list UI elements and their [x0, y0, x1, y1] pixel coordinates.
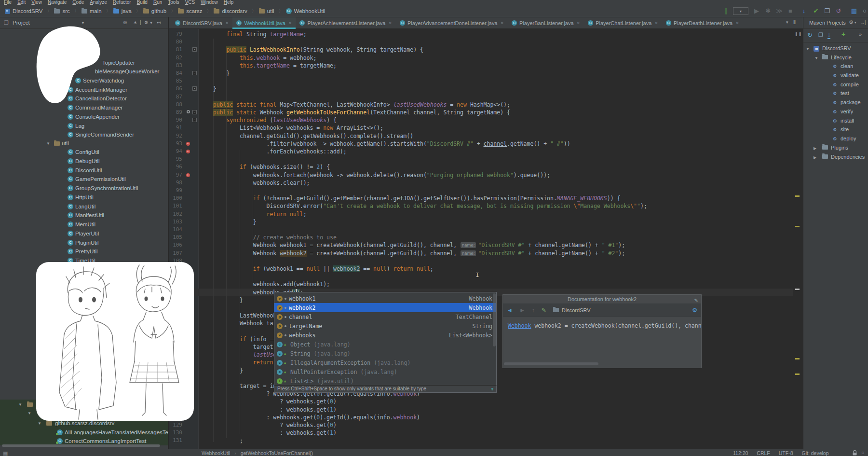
close-icon[interactable]: ✕	[288, 21, 292, 26]
menu-tools[interactable]: Tools	[168, 0, 179, 5]
menu-build[interactable]: Build	[137, 0, 148, 5]
doc-edit-source-icon[interactable]: ✎	[542, 307, 546, 314]
lock-icon[interactable]	[853, 450, 857, 456]
code-line-86[interactable]: }	[200, 85, 217, 93]
debug-icon[interactable]: ✱	[764, 7, 773, 15]
code-line-129[interactable]: ? webhooks.get(0)	[200, 421, 337, 429]
update-project-icon[interactable]: ↓	[800, 7, 808, 15]
project-tree-hscrollbar[interactable]	[2, 444, 160, 447]
maven-item-test[interactable]: ⚙test	[803, 89, 868, 98]
method-marker-icon[interactable]	[187, 110, 190, 113]
compare-icon[interactable]: ❐	[823, 7, 831, 15]
maven-item-clean[interactable]: ⚙clean	[803, 62, 868, 71]
breadcrumb-class[interactable]: WebhookUtil	[202, 450, 230, 456]
code-line-97[interactable]: webhooks.forEach(webhook -> webhook.dele…	[200, 171, 550, 179]
code-line-89[interactable]: public static Webhook getWebhookToUseFor…	[200, 109, 510, 116]
code-line-126[interactable]: ? webhooks.get(0)	[200, 398, 337, 405]
completion-item-liste[interactable]: i▲List<E>(java.util)	[274, 376, 496, 386]
doc-settings-gear-icon[interactable]: ⚙	[692, 307, 697, 314]
completion-item-illegalargumentexception[interactable]: c▲IllegalArgumentException(java.lang)	[274, 358, 496, 367]
tree-item-util[interactable]: ▼util	[0, 139, 168, 148]
doc-webhook-link[interactable]: Webhook	[508, 322, 531, 329]
code-line-130[interactable]: : webhooks.get(1)	[200, 429, 337, 437]
doc-back-icon[interactable]: ◄	[507, 307, 513, 314]
completion-item-targetname[interactable]: ptargetNameString	[274, 321, 496, 331]
maven-item-site[interactable]: ⚙site	[803, 125, 868, 134]
completion-item-webhooks[interactable]: vwebhooksList<Webhook>	[274, 331, 496, 340]
view-grid-icon[interactable]: ▦	[850, 7, 858, 15]
tree-item-debugutil[interactable]: CDebugUtil	[0, 157, 168, 166]
menu-navigate[interactable]: Navigate	[48, 0, 67, 5]
chevron-down-icon[interactable]: ▼	[806, 47, 811, 51]
maven-item-deploy[interactable]: ⚙deploy	[803, 135, 868, 143]
close-icon[interactable]: ✕	[501, 21, 504, 26]
tree-item-discordutil[interactable]: CDiscordUtil	[0, 166, 168, 175]
tree-item-langutil[interactable]: CLangUtil	[0, 202, 168, 211]
code-line-106[interactable]: Webhook webhook1 = createWebhook(channel…	[200, 241, 625, 249]
maven-settings-icon[interactable]: ⚙	[849, 19, 854, 26]
code-line-100[interactable]: if (!channel.getGuild().getMember(channe…	[200, 194, 620, 202]
chevron-right-icon[interactable]: ▶	[814, 146, 818, 151]
code-line-84[interactable]: }	[200, 69, 230, 77]
menu-edit[interactable]: Edit	[17, 0, 26, 5]
breadcrumb-item-github[interactable]: github	[143, 8, 166, 14]
chevron-down-icon[interactable]: ▼	[38, 421, 42, 426]
status-crlf[interactable]: CRLF	[757, 450, 770, 456]
code-line-102[interactable]: return null;	[200, 210, 307, 218]
close-icon[interactable]: ✕	[577, 21, 581, 26]
code-line-127[interactable]: : webhooks.get(1)	[200, 406, 337, 414]
tab-webhookutil-java[interactable]: CWebhookUtil.java✕	[232, 17, 296, 28]
local-changes-icon[interactable]: ∥	[722, 7, 731, 15]
maven-hide-icon[interactable]: →|	[860, 20, 866, 25]
breadcrumb-item-discordsrv[interactable]: DiscordSRV	[5, 8, 42, 14]
close-icon[interactable]: ✕	[225, 21, 229, 26]
pin-icon[interactable]: ✎	[694, 296, 698, 305]
tab-playerchatlistener-java[interactable]: CPlayerChatListener.java✕	[584, 17, 662, 28]
code-line-81[interactable]: public LastWebhookInfo(String webhook, S…	[200, 46, 423, 54]
completion-item-webhook1[interactable]: vwebhook1Webhook	[274, 294, 496, 303]
tabs-dropdown-icon[interactable]: ▾	[786, 20, 788, 25]
menu-view[interactable]: View	[31, 0, 42, 5]
fold-marker[interactable]: -	[192, 110, 197, 114]
tab-playeradvancementdonelistener-java[interactable]: CPlayerAdvancementDoneListener.java✕	[396, 17, 508, 28]
tab-playerdeathlistener-java[interactable]: CPlayerDeathListener.java✕	[662, 17, 743, 28]
menu-code[interactable]: Code	[72, 0, 84, 5]
code-line-82[interactable]: this.webhook = webhook;	[200, 54, 316, 62]
tab-playerachievementslistener-java[interactable]: CPlayerAchievementsListener.java✕	[296, 17, 396, 28]
coverage-icon[interactable]: ≫	[775, 7, 784, 15]
fold-marker[interactable]: -	[192, 71, 197, 75]
maven-item-validate[interactable]: ⚙validate	[803, 71, 868, 80]
toolwindow-toggle-icon[interactable]: ▦	[3, 450, 8, 456]
tree-item-configutil[interactable]: CConfigUtil	[0, 148, 168, 157]
close-icon[interactable]: ✕	[735, 21, 739, 26]
tree-item-manifestutil[interactable]: CManifestUtil	[0, 211, 168, 220]
tree-item-prettyutil[interactable]: CPrettyUtil	[0, 247, 168, 256]
code-line-92[interactable]: channel.getGuild().getWebhooks().complet…	[200, 132, 413, 140]
tree-item-playerutil[interactable]: CPlayerUtil	[0, 229, 168, 238]
search-everywhere-icon[interactable]: ○	[860, 7, 868, 15]
menu-run[interactable]: Run	[153, 0, 162, 5]
run-icon[interactable]: ▶	[752, 7, 761, 15]
commit-icon[interactable]: ✔	[812, 7, 820, 15]
stop-icon[interactable]: ■	[786, 7, 795, 15]
maven-item-plugins[interactable]: ▶Plugins	[803, 144, 868, 152]
chevron-right-icon[interactable]: ▶	[814, 155, 818, 160]
code-line-88[interactable]: public static final Map<TextChannel, Las…	[200, 101, 510, 109]
tree-item-httputil[interactable]: CHttpUtil	[0, 193, 168, 202]
code-line-111[interactable]: webhooks.add(webhook1);	[200, 280, 330, 288]
completion-item-string[interactable]: c▲String(java.lang)	[274, 349, 496, 358]
doc-up-icon[interactable]: ↑	[532, 307, 535, 314]
code-line-79[interactable]: final String targetName;	[200, 30, 307, 38]
code-line-131[interactable]: ;	[200, 437, 243, 444]
menu-vcs[interactable]: VCS	[185, 0, 195, 5]
tree-item-memutil[interactable]: CMemUtil	[0, 220, 168, 229]
status-git-develop[interactable]: Git: develop	[802, 450, 829, 456]
error-marker-icon[interactable]	[186, 150, 190, 153]
chevron-down-icon[interactable]: ▼	[46, 141, 51, 146]
menu-window[interactable]: Window	[201, 0, 218, 5]
status-112-20[interactable]: 112:20	[733, 450, 748, 456]
tree-item-alllanguageshavetranslatedmessagestest[interactable]: CAllLanguagesHaveTranslatedMessagesTest	[0, 428, 168, 437]
hide-panel-icon[interactable]: ↤	[157, 20, 161, 25]
error-marker-icon[interactable]	[186, 142, 190, 146]
code-line-83[interactable]: this.targetName = targetName;	[200, 62, 337, 69]
